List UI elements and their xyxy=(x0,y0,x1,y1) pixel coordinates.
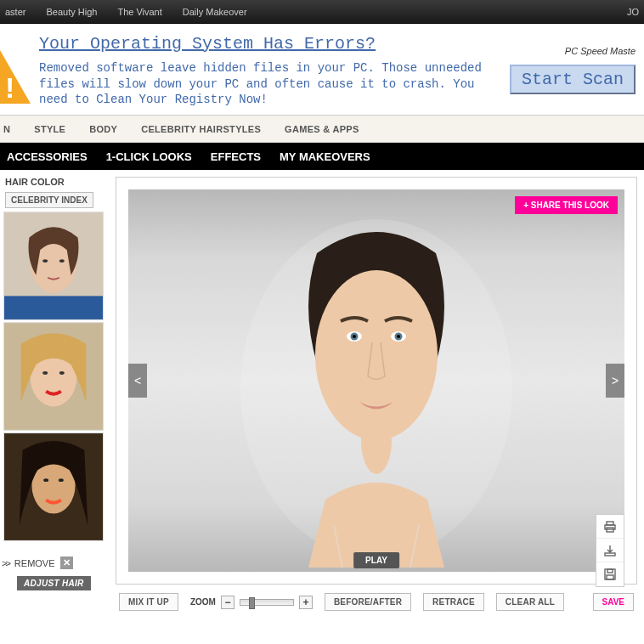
top-nav-item[interactable]: Daily Makeover xyxy=(183,7,247,17)
ad-brand: PC Speed Maste xyxy=(565,46,636,56)
sidebar: HAIR COLOR CELEBRITY INDEX >> REMOVE ✕ A… xyxy=(0,170,109,618)
top-nav: aster Beauty High The Vivant Daily Makeo… xyxy=(0,0,644,24)
model-face xyxy=(232,194,521,568)
category-nav: N STYLE BODY CELEBRITY HAIRSTYLES GAMES … xyxy=(0,116,644,143)
top-nav-item[interactable]: aster xyxy=(5,7,25,17)
share-look-button[interactable]: + SHARE THIS LOOK xyxy=(515,196,618,214)
cat-item[interactable]: CELEBRITY HAIRSTYLES xyxy=(141,124,261,134)
svg-point-11 xyxy=(43,478,48,482)
sub-item-accessories[interactable]: ACCESSORIES xyxy=(7,150,88,163)
zoom-in-button[interactable]: + xyxy=(299,596,313,609)
svg-point-2 xyxy=(42,259,48,263)
svg-point-7 xyxy=(42,371,48,375)
mix-it-up-button[interactable]: MIX IT UP xyxy=(119,593,178,611)
sub-nav: ACCESSORIES 1-CLICK LOOKS EFFECTS MY MAK… xyxy=(0,143,644,170)
main: HAIR COLOR CELEBRITY INDEX >> REMOVE ✕ A… xyxy=(0,170,644,618)
print-icon[interactable] xyxy=(596,515,624,539)
prev-button[interactable]: < xyxy=(128,364,147,398)
zoom-slider[interactable] xyxy=(240,599,294,606)
cat-item[interactable]: N xyxy=(3,124,10,134)
retrace-button[interactable]: RETRACE xyxy=(423,593,484,611)
save-icon[interactable] xyxy=(596,562,624,586)
svg-point-3 xyxy=(59,259,65,263)
remove-row: >> REMOVE ✕ xyxy=(0,555,107,573)
cat-item[interactable]: STYLE xyxy=(34,124,65,134)
zoom-label: ZOOM xyxy=(190,597,216,607)
top-nav-left: aster Beauty High The Vivant Daily Makeo… xyxy=(5,7,247,17)
clear-all-button[interactable]: CLEAR ALL xyxy=(496,593,564,611)
download-icon[interactable] xyxy=(596,539,624,562)
zoom-group: ZOOM − + xyxy=(190,596,313,609)
svg-point-15 xyxy=(361,406,392,474)
next-button[interactable]: > xyxy=(606,364,624,398)
play-button[interactable]: PLAY xyxy=(353,552,399,568)
start-scan-button[interactable]: Start Scan xyxy=(510,65,636,94)
remove-arrows-icon: >> xyxy=(2,558,9,568)
top-nav-item[interactable]: Beauty High xyxy=(46,7,97,17)
svg-point-21 xyxy=(397,335,400,338)
canvas-wrap: < > + SHARE THIS LOOK PLAY MIX IT UP ZOO… xyxy=(109,170,644,618)
sub-item-looks[interactable]: 1-CLICK LOOKS xyxy=(106,150,192,163)
adjust-hair-button[interactable]: ADJUST HAIR xyxy=(17,576,91,590)
ad-body: Removed software leave hidden files in y… xyxy=(39,61,482,107)
sidebar-bottom: >> REMOVE ✕ ADJUST HAIR xyxy=(0,543,107,590)
before-after-button[interactable]: BEFORE/AFTER xyxy=(325,593,411,611)
svg-point-12 xyxy=(59,478,64,482)
celebrity-index-button[interactable]: CELEBRITY INDEX xyxy=(5,192,93,208)
ad-banner: ! Your Operating System Has Errors? Remo… xyxy=(0,24,644,116)
ad-headline: Your Operating System Has Errors? xyxy=(39,32,376,55)
canvas xyxy=(128,189,624,572)
bottom-toolbar: MIX IT UP ZOOM − + BEFORE/AFTER RETRACE … xyxy=(116,585,637,614)
svg-rect-28 xyxy=(607,575,613,579)
svg-point-8 xyxy=(59,371,65,375)
sidebar-title: HAIR COLOR xyxy=(0,173,107,192)
ad-text: Your Operating System Has Errors? Remove… xyxy=(32,32,510,109)
svg-rect-27 xyxy=(607,569,613,573)
sub-item-effects[interactable]: EFFECTS xyxy=(211,150,261,163)
save-button[interactable]: SAVE xyxy=(593,593,635,611)
canvas-outer: < > + SHARE THIS LOOK PLAY xyxy=(116,177,637,585)
cat-item[interactable]: GAMES & APPS xyxy=(285,124,359,134)
celebrity-thumb[interactable] xyxy=(3,212,104,320)
top-nav-right[interactable]: JO xyxy=(627,7,639,17)
top-nav-item[interactable]: The Vivant xyxy=(117,7,161,17)
tool-column xyxy=(596,514,624,587)
zoom-handle[interactable] xyxy=(249,597,255,609)
svg-rect-25 xyxy=(605,553,615,556)
celebrity-thumb[interactable] xyxy=(3,322,104,431)
celebrity-thumb[interactable] xyxy=(3,432,104,541)
svg-point-20 xyxy=(353,335,356,338)
cat-item[interactable]: BODY xyxy=(89,124,117,134)
zoom-out-button[interactable]: − xyxy=(221,596,234,609)
warning-icon: ! xyxy=(0,29,32,111)
remove-label: REMOVE xyxy=(14,558,55,568)
ad-right: PC Speed Maste Start Scan xyxy=(510,46,641,94)
remove-button[interactable]: ✕ xyxy=(60,556,73,569)
svg-rect-4 xyxy=(4,296,103,319)
sub-item-makeovers[interactable]: MY MAKEOVERS xyxy=(280,150,370,163)
